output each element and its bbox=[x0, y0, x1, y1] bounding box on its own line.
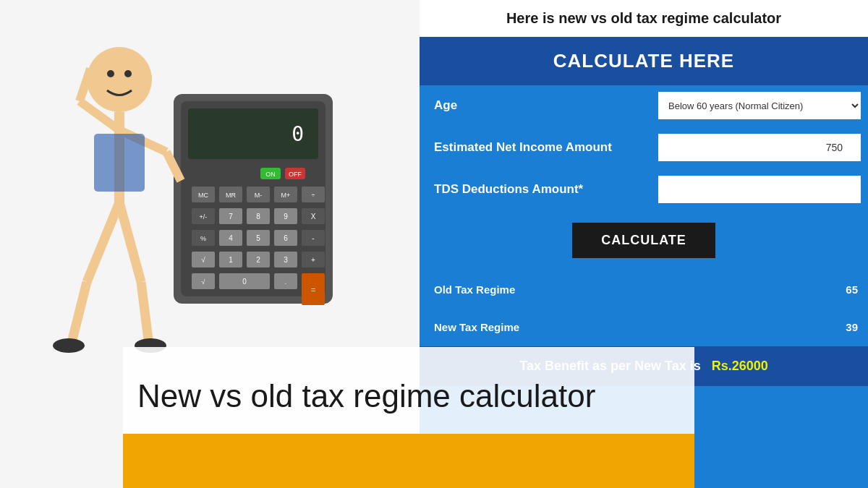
calculate-button[interactable]: CALCULATE bbox=[572, 223, 715, 258]
new-tax-value: 39 bbox=[651, 309, 868, 345]
svg-text:=: = bbox=[311, 286, 315, 294]
svg-point-69 bbox=[107, 70, 114, 77]
svg-text:3: 3 bbox=[284, 256, 288, 264]
svg-text:%: % bbox=[200, 235, 206, 242]
income-row: Estimated Net Income Amount bbox=[420, 127, 868, 169]
main-title: New vs old tax regime calculator bbox=[123, 361, 694, 416]
svg-rect-66 bbox=[94, 134, 145, 192]
calculate-button-row: CALCULATE bbox=[420, 211, 868, 271]
age-label: Age bbox=[420, 85, 651, 126]
old-tax-value: 65 bbox=[651, 271, 868, 307]
svg-text:ON: ON bbox=[265, 171, 276, 178]
svg-line-62 bbox=[87, 202, 119, 282]
svg-text:+: + bbox=[311, 256, 315, 264]
svg-text:.: . bbox=[285, 278, 287, 286]
svg-text:MC: MC bbox=[198, 192, 208, 199]
svg-point-70 bbox=[124, 70, 132, 77]
tax-benefit-amount: Rs.26000 bbox=[712, 359, 768, 373]
income-label: Estimated Net Income Amount bbox=[420, 127, 651, 168]
new-tax-row: New Tax Regime 39 bbox=[420, 309, 868, 346]
svg-text:0: 0 bbox=[292, 122, 304, 146]
income-input-cell bbox=[651, 127, 868, 168]
svg-line-65 bbox=[141, 282, 148, 340]
svg-text:6: 6 bbox=[284, 234, 288, 242]
svg-point-67 bbox=[53, 338, 85, 353]
tds-input-cell bbox=[651, 169, 868, 210]
tds-label: TDS Deductions Amount* bbox=[420, 169, 651, 210]
svg-text:+/-: +/- bbox=[200, 213, 208, 221]
svg-text:9: 9 bbox=[284, 213, 288, 221]
new-tax-label: New Tax Regime bbox=[420, 309, 651, 345]
svg-text:7: 7 bbox=[229, 213, 233, 221]
svg-line-59 bbox=[80, 69, 90, 101]
svg-text:8: 8 bbox=[256, 213, 260, 221]
tds-row: TDS Deductions Amount* bbox=[420, 169, 868, 211]
income-input[interactable] bbox=[658, 134, 861, 161]
overlay-text-container: New vs old tax regime calculator bbox=[123, 347, 694, 434]
age-input-cell: Below 60 years (Normal Citizen) 60-80 ye… bbox=[651, 85, 868, 126]
svg-text:÷: ÷ bbox=[312, 192, 315, 199]
svg-text:M-: M- bbox=[255, 192, 263, 199]
tds-input[interactable] bbox=[658, 176, 861, 203]
svg-text:√: √ bbox=[202, 278, 205, 286]
old-tax-label: Old Tax Regime bbox=[420, 271, 651, 307]
svg-text:-: - bbox=[312, 234, 314, 242]
svg-line-63 bbox=[72, 282, 87, 340]
svg-text:X: X bbox=[311, 213, 316, 221]
svg-line-64 bbox=[119, 202, 141, 282]
age-select[interactable]: Below 60 years (Normal Citizen) 60-80 ye… bbox=[658, 92, 861, 119]
svg-text:2: 2 bbox=[256, 256, 260, 264]
svg-text:5: 5 bbox=[256, 234, 260, 242]
svg-text:4: 4 bbox=[229, 234, 233, 242]
svg-point-56 bbox=[87, 47, 152, 112]
old-tax-row: Old Tax Regime 65 bbox=[420, 271, 868, 309]
svg-text:0: 0 bbox=[242, 278, 247, 286]
svg-text:M+: M+ bbox=[281, 192, 291, 199]
svg-text:OFF: OFF bbox=[289, 171, 302, 178]
gold-bar-decoration bbox=[123, 434, 694, 488]
svg-text:MR: MR bbox=[226, 192, 236, 199]
svg-text:√: √ bbox=[201, 256, 205, 264]
page-title: Here is new vs old tax regime calculator bbox=[420, 0, 868, 37]
svg-text:1: 1 bbox=[229, 256, 233, 264]
calc-header: CALCULATE HERE bbox=[420, 37, 868, 85]
age-row: Age Below 60 years (Normal Citizen) 60-8… bbox=[420, 85, 868, 127]
